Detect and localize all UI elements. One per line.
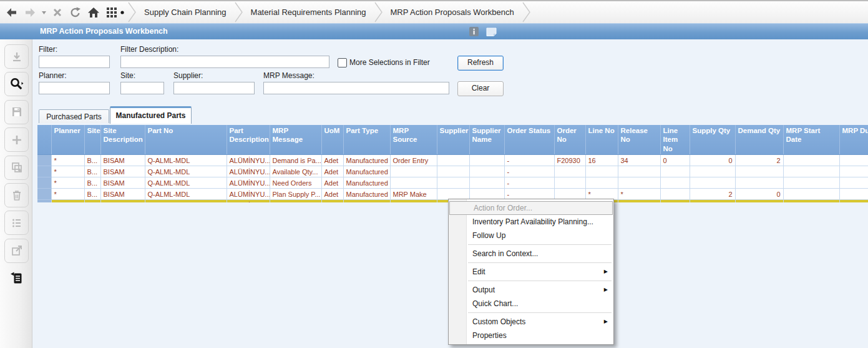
cell-part-description[interactable]: ALÜMİNYU...: [227, 166, 270, 177]
cell-mrp-start-date[interactable]: [783, 166, 839, 177]
cell-part-description[interactable]: ALÜMİNYU...: [227, 189, 270, 200]
cell-site-description[interactable]: BISAM: [100, 189, 145, 200]
cell-mrp-message[interactable]: Plan Supply P...: [270, 200, 321, 202]
cell-line-no[interactable]: 16: [585, 155, 618, 166]
column-header[interactable]: MRP Start Date: [783, 125, 839, 155]
cell-order-status[interactable]: -: [504, 189, 554, 200]
column-header[interactable]: Order Status: [504, 125, 554, 155]
cell-mrp-due[interactable]: [839, 189, 868, 200]
context-menu-item[interactable]: Follow Up: [449, 229, 613, 242]
column-header[interactable]: Supplier: [437, 125, 469, 155]
cell-mrp-due[interactable]: [839, 177, 868, 189]
tab-manufactured-parts[interactable]: Manufactured Parts: [110, 106, 192, 124]
cell-mrp-start-date[interactable]: [783, 200, 839, 202]
save-icon[interactable]: [4, 100, 29, 124]
export-icon[interactable]: [4, 44, 29, 69]
context-menu-item[interactable]: Action for Order...: [449, 201, 613, 215]
open-window-icon[interactable]: [4, 239, 29, 263]
cell-site[interactable]: B...: [84, 155, 100, 166]
column-header[interactable]: Line Item No: [660, 125, 690, 155]
cell-release-no[interactable]: *: [618, 189, 660, 200]
copy-add-icon[interactable]: [4, 156, 29, 180]
close-icon[interactable]: [51, 5, 64, 20]
column-header[interactable]: Release No: [618, 125, 660, 155]
cell-supplier-name[interactable]: [469, 177, 504, 189]
clear-button[interactable]: Clear: [457, 81, 504, 96]
cell-mrp-message[interactable]: Demand is Pa...: [270, 155, 321, 166]
cell-planner[interactable]: *: [51, 189, 84, 200]
context-menu-item[interactable]: Properties: [449, 329, 613, 342]
cell-supplier-name[interactable]: [469, 155, 504, 166]
add-icon[interactable]: [4, 127, 29, 152]
home-icon[interactable]: [87, 5, 100, 20]
cell-site[interactable]: B...: [84, 189, 100, 200]
cell-supply-qty[interactable]: 0: [690, 155, 735, 166]
cell-supplier-name[interactable]: [469, 166, 504, 177]
list-icon[interactable]: [4, 211, 29, 235]
row-selector[interactable]: [37, 155, 51, 166]
column-header[interactable]: Site Description: [100, 125, 145, 155]
column-header[interactable]: Supplier Name: [469, 125, 504, 155]
info-icon[interactable]: [469, 27, 479, 39]
cell-mrp-source[interactable]: MRP Make: [390, 189, 437, 200]
forward-icon[interactable]: [23, 5, 37, 20]
cell-mrp-source[interactable]: [390, 177, 437, 189]
cell-order-no[interactable]: F20930: [554, 155, 585, 166]
cell-supply-qty[interactable]: [690, 177, 735, 189]
context-menu-item[interactable]: Search in Context...: [449, 247, 613, 261]
cell-mrp-due[interactable]: [839, 166, 868, 177]
cell-uom[interactable]: Adet: [321, 155, 343, 166]
context-menu-item[interactable]: Output▶: [449, 283, 613, 297]
cell-supplier[interactable]: [437, 189, 469, 200]
cell-site-description[interactable]: BISAM: [100, 177, 145, 189]
column-header[interactable]: Part Description: [227, 125, 270, 155]
cell-site-description[interactable]: BISAM: [100, 200, 145, 202]
cell-demand-qty[interactable]: [735, 166, 783, 177]
cell-part-no[interactable]: Q-ALML-MDL: [145, 177, 227, 189]
cell-mrp-due[interactable]: [839, 155, 868, 166]
cell-part-no[interactable]: Q-ALML-MDL: [145, 200, 227, 202]
cell-supply-qty[interactable]: 2: [690, 189, 735, 200]
cell-mrp-message[interactable]: Available Qty...: [270, 166, 321, 177]
filter-input[interactable]: [39, 56, 110, 68]
site-input[interactable]: [120, 82, 164, 94]
column-header[interactable]: UoM: [321, 125, 343, 155]
cell-planner[interactable]: *: [51, 177, 84, 189]
cell-supply-qty[interactable]: [690, 166, 735, 177]
column-header[interactable]: MRP Source: [390, 125, 437, 155]
cell-part-description[interactable]: ALÜMİNYU...: [227, 177, 270, 189]
cell-supplier[interactable]: [437, 177, 469, 189]
cell-planner[interactable]: *: [51, 166, 84, 177]
filter-description-input[interactable]: [120, 56, 329, 68]
cell-site-description[interactable]: BISAM: [100, 155, 145, 166]
cell-part-type[interactable]: Manufactured: [343, 155, 390, 166]
search-icon[interactable]: [4, 72, 29, 96]
cell-part-no[interactable]: Q-ALML-MDL: [145, 189, 227, 200]
cell-site[interactable]: B...: [84, 166, 100, 177]
cell-part-type[interactable]: Manufactured: [343, 177, 390, 189]
row-selector[interactable]: [37, 177, 51, 189]
cell-line-no[interactable]: [585, 177, 618, 189]
cell-mrp-start-date[interactable]: [783, 155, 839, 166]
column-header[interactable]: Site: [84, 125, 100, 155]
column-header[interactable]: Part No: [145, 125, 227, 155]
cell-uom[interactable]: Adet: [321, 200, 343, 202]
cell-release-no[interactable]: *: [618, 200, 660, 202]
context-menu-icon[interactable]: [4, 266, 29, 291]
cell-part-no[interactable]: Q-ALML-MDL: [145, 155, 227, 166]
breadcrumb-item[interactable]: Material Requirements Planning: [243, 7, 374, 17]
cell-site-description[interactable]: BISAM: [100, 166, 145, 177]
row-selector[interactable]: [37, 189, 51, 200]
cell-uom[interactable]: Adet: [321, 189, 343, 200]
note-icon[interactable]: [486, 27, 497, 39]
tab-purchased-parts[interactable]: Purchased Parts: [39, 109, 109, 123]
breadcrumb-item[interactable]: MRP Action Proposals Workbench: [383, 7, 522, 17]
cell-mrp-message[interactable]: Need Orders: [270, 177, 321, 189]
cell-order-status[interactable]: -: [504, 177, 554, 189]
cell-part-description[interactable]: ALÜMİNYU...: [227, 200, 270, 202]
cell-mrp-start-date[interactable]: [783, 177, 839, 189]
cell-uom[interactable]: Adet: [321, 177, 343, 189]
cell-line-no[interactable]: [585, 166, 618, 177]
cell-supply-qty[interactable]: 15: [690, 200, 735, 202]
cell-line-item-no[interactable]: [660, 177, 690, 189]
